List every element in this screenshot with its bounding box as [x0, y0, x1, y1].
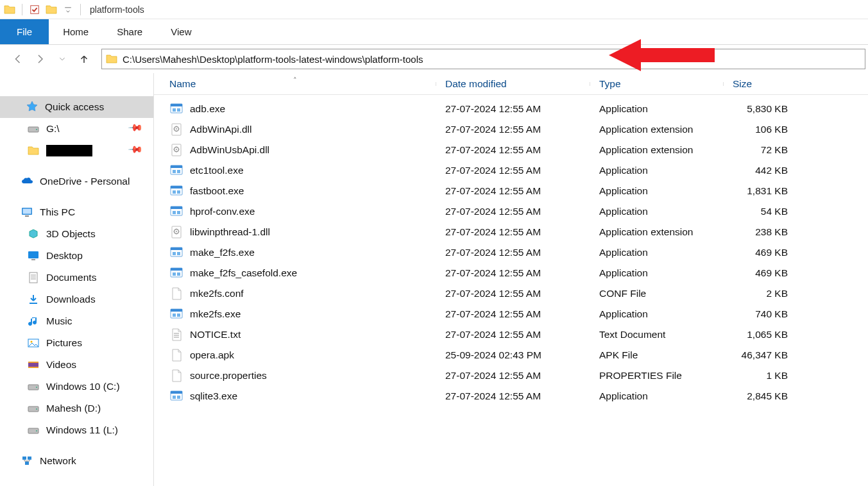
file-blank-icon: [169, 287, 183, 301]
file-date: 27-07-2024 12:55 AM: [436, 308, 590, 320]
file-row[interactable]: libwinpthread-1.dll27-07-2024 12:55 AMAp…: [154, 222, 868, 242]
file-name: mke2fs.conf: [190, 288, 244, 299]
file-size: 469 KB: [724, 247, 801, 258]
file-exe-icon: [169, 205, 183, 219]
sidebar-item-redacted[interactable]: 📌: [0, 140, 153, 162]
file-name: libwinpthread-1.dll: [190, 226, 270, 238]
column-header-type[interactable]: Type: [590, 78, 724, 90]
window-title: platform-tools: [86, 4, 144, 15]
ribbon-tab-view[interactable]: View: [157, 19, 205, 44]
file-date: 27-07-2024 12:55 AM: [436, 165, 590, 176]
star-icon: [24, 99, 40, 115]
sidebar-item-g-drive[interactable]: G:\ 📌: [0, 118, 153, 140]
ribbon-tab-home[interactable]: Home: [49, 19, 103, 44]
qat-folder2-icon[interactable]: [44, 3, 58, 17]
column-header-name[interactable]: ˄ Name: [154, 78, 436, 90]
file-name: etc1tool.exe: [190, 165, 244, 176]
file-date: 27-07-2024 12:55 AM: [436, 390, 590, 402]
file-date: 25-09-2024 02:43 PM: [436, 349, 590, 361]
file-row[interactable]: mke2fs.conf27-07-2024 12:55 AMCONF File2…: [154, 283, 868, 304]
file-type: Application: [590, 308, 724, 320]
nav-recent-dropdown[interactable]: [53, 49, 72, 69]
file-row[interactable]: adb.exe27-07-2024 12:55 AMApplication5,8…: [154, 99, 868, 119]
file-name: AdbWinUsbApi.dll: [190, 144, 269, 156]
qat-folder-icon[interactable]: [3, 3, 17, 17]
sidebar-item-win11-l[interactable]: Windows 11 (L:): [0, 419, 153, 441]
drive-icon: [26, 401, 41, 416]
address-folder-icon: [106, 53, 117, 65]
file-dll-icon: [169, 143, 183, 157]
sidebar-label: Desktop: [46, 250, 83, 262]
file-type: APK File: [590, 349, 724, 361]
sidebar-item-desktop[interactable]: Desktop: [0, 245, 153, 267]
file-rows: adb.exe27-07-2024 12:55 AMApplication5,8…: [154, 95, 868, 406]
sidebar-item-3d-objects[interactable]: 3D Objects: [0, 223, 153, 245]
nav-back-button[interactable]: [9, 49, 28, 69]
sidebar-item-downloads[interactable]: Downloads: [0, 289, 153, 310]
column-header-size[interactable]: Size: [724, 78, 801, 90]
file-row[interactable]: AdbWinApi.dll27-07-2024 12:55 AMApplicat…: [154, 119, 868, 140]
sidebar-label: Windows 11 (L:): [46, 424, 118, 436]
sidebar-this-pc[interactable]: This PC: [0, 201, 153, 223]
sidebar-item-videos[interactable]: Videos: [0, 354, 153, 376]
address-input[interactable]: [123, 54, 861, 65]
file-exe-icon: [169, 102, 183, 116]
sidebar-item-pictures[interactable]: Pictures: [0, 332, 153, 354]
qat-dropdown-icon[interactable]: [61, 3, 75, 17]
folder-icon: [26, 143, 41, 158]
file-size: 54 KB: [724, 206, 801, 217]
sidebar-quick-access[interactable]: Quick access: [0, 96, 153, 118]
qat-properties-icon[interactable]: [28, 3, 42, 17]
file-date: 27-07-2024 12:55 AM: [436, 267, 590, 279]
address-bar[interactable]: [101, 49, 865, 69]
file-type: Application: [590, 103, 724, 115]
pin-icon: 📌: [127, 141, 144, 158]
file-row[interactable]: make_f2fs.exe27-07-2024 12:55 AMApplicat…: [154, 242, 868, 263]
file-date: 27-07-2024 12:55 AM: [436, 185, 590, 197]
file-date: 27-07-2024 12:55 AM: [436, 144, 590, 156]
sidebar-network[interactable]: Network: [0, 450, 153, 472]
desktop-icon: [26, 248, 41, 264]
file-type: Application extension: [590, 124, 724, 135]
nav-up-button[interactable]: [74, 49, 94, 69]
file-row[interactable]: make_f2fs_casefold.exe27-07-2024 12:55 A…: [154, 263, 868, 283]
file-date: 27-07-2024 12:55 AM: [436, 288, 590, 299]
sidebar-item-documents[interactable]: Documents: [0, 267, 153, 289]
ribbon-tab-share[interactable]: Share: [103, 19, 157, 44]
sidebar-label: Windows 10 (C:): [46, 381, 120, 392]
file-row[interactable]: source.properties27-07-2024 12:55 AMPROP…: [154, 365, 868, 386]
file-date: 27-07-2024 12:55 AM: [436, 103, 590, 115]
file-row[interactable]: sqlite3.exe27-07-2024 12:55 AMApplicatio…: [154, 386, 868, 406]
file-name: mke2fs.exe: [190, 308, 241, 320]
file-row[interactable]: etc1tool.exe27-07-2024 12:55 AMApplicati…: [154, 160, 868, 181]
divider: [22, 4, 22, 15]
nav-forward-button[interactable]: [31, 49, 50, 69]
objects-icon: [26, 226, 41, 242]
file-date: 27-07-2024 12:55 AM: [436, 206, 590, 217]
file-row[interactable]: NOTICE.txt27-07-2024 12:55 AMText Docume…: [154, 324, 868, 345]
file-row[interactable]: opera.apk25-09-2024 02:43 PMAPK File46,3…: [154, 345, 868, 365]
file-row[interactable]: AdbWinUsbApi.dll27-07-2024 12:55 AMAppli…: [154, 140, 868, 160]
file-row[interactable]: mke2fs.exe27-07-2024 12:55 AMApplication…: [154, 304, 868, 324]
sidebar-label: Music: [46, 315, 72, 327]
ribbon-tab-file[interactable]: File: [0, 19, 49, 44]
file-size: 1 KB: [724, 370, 801, 381]
file-row[interactable]: fastboot.exe27-07-2024 12:55 AMApplicati…: [154, 181, 868, 201]
file-blank-icon: [169, 369, 183, 383]
downloads-icon: [26, 292, 41, 307]
file-name: AdbWinApi.dll: [190, 124, 252, 135]
sidebar-onedrive[interactable]: OneDrive - Personal: [0, 171, 153, 192]
sidebar-item-win10-c[interactable]: Windows 10 (C:): [0, 376, 153, 398]
file-row[interactable]: hprof-conv.exe27-07-2024 12:55 AMApplica…: [154, 201, 868, 222]
sidebar-label: Quick access: [45, 101, 104, 113]
column-header-date[interactable]: Date modified: [436, 78, 590, 90]
file-txt-icon: [169, 328, 183, 342]
file-dll-icon: [169, 225, 183, 239]
file-size: 2,845 KB: [724, 390, 801, 402]
sidebar-item-music[interactable]: Music: [0, 310, 153, 332]
file-type: Application: [590, 267, 724, 279]
file-date: 27-07-2024 12:55 AM: [436, 370, 590, 381]
file-exe-icon: [169, 163, 183, 178]
file-size: 5,830 KB: [724, 103, 801, 115]
sidebar-item-mahesh-d[interactable]: Mahesh (D:): [0, 398, 153, 419]
